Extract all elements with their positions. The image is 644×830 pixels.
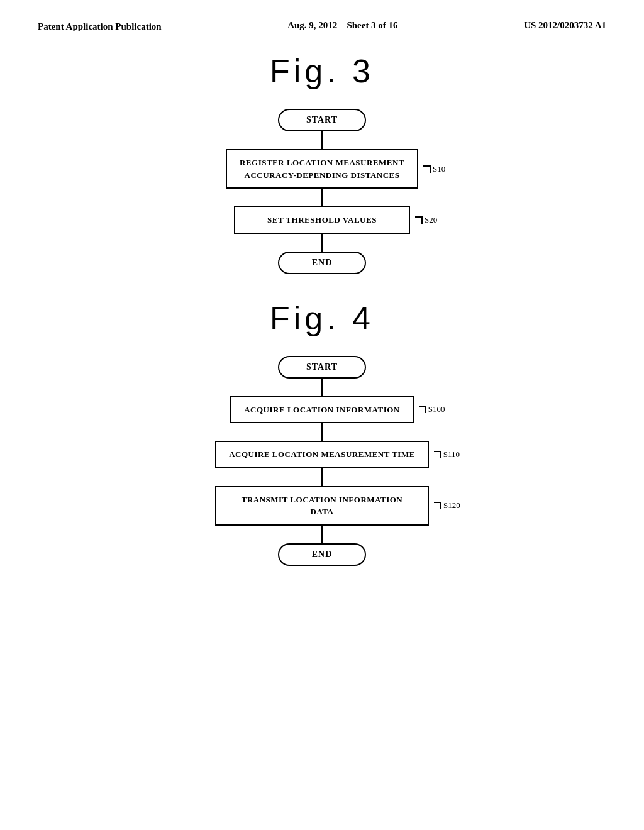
fig4-s120-row: TRANSMIT LOCATION INFORMATION DATA S120 <box>215 486 429 526</box>
fig4-connector-3 <box>321 468 323 486</box>
fig4-s100-row: ACQUIRE LOCATION INFORMATION S100 <box>230 396 414 424</box>
header-right: US 2012/0203732 A1 <box>524 20 606 31</box>
fig4-connector-1 <box>321 379 323 396</box>
header-center: Aug. 9, 2012 Sheet 3 of 16 <box>287 20 397 31</box>
fig4-section: Fig. 4 START ACQUIRE LOCATION INFORMATIO… <box>0 299 644 566</box>
patent-publication-label: Patent Application Publication <box>38 21 162 31</box>
fig4-s110-label: S110 <box>434 450 460 460</box>
fig4-diagram: START ACQUIRE LOCATION INFORMATION S100 … <box>0 356 644 566</box>
fig4-start-terminal: START <box>278 356 366 379</box>
publication-date: Aug. 9, 2012 <box>287 20 337 30</box>
fig3-connector-3 <box>321 234 323 252</box>
fig4-s110-process: ACQUIRE LOCATION MEASUREMENT TIME <box>215 441 429 468</box>
fig4-title: Fig. 4 <box>0 299 644 337</box>
fig4-s120-hook <box>434 502 443 509</box>
fig3-s20-hook <box>415 216 425 224</box>
fig3-end-node: END <box>278 252 366 274</box>
fig3-connector-1 <box>321 131 323 149</box>
fig3-s20-label: S20 <box>415 215 437 225</box>
fig3-s10-row: REGISTER LOCATION MEASUREMENT ACCURACY-D… <box>226 149 418 189</box>
fig4-s100-hook <box>419 406 428 413</box>
fig4-s120-process: TRANSMIT LOCATION INFORMATION DATA <box>215 486 429 526</box>
fig4-end-terminal: END <box>278 543 366 566</box>
fig3-section: Fig. 3 START REGISTER LOCATION MEASUREME… <box>0 52 644 287</box>
fig3-s20-process: SET THRESHOLD VALUES <box>234 206 410 234</box>
fig4-connector-4 <box>321 526 323 543</box>
fig3-s20-row: SET THRESHOLD VALUES S20 <box>234 206 410 234</box>
header-left: Patent Application Publication <box>38 20 162 33</box>
fig3-start-terminal: START <box>278 109 366 131</box>
fig3-title: Fig. 3 <box>0 52 644 90</box>
patent-number: US 2012/0203732 A1 <box>524 20 606 30</box>
fig3-s10-hook <box>423 165 433 173</box>
page-header: Patent Application Publication Aug. 9, 2… <box>0 0 644 33</box>
fig3-connector-2 <box>321 189 323 206</box>
fig4-s110-hook <box>434 451 443 458</box>
fig3-end-terminal: END <box>278 252 366 274</box>
fig4-s120-label: S120 <box>434 501 460 511</box>
fig3-s10-process: REGISTER LOCATION MEASUREMENT ACCURACY-D… <box>226 149 418 189</box>
fig4-connector-2 <box>321 423 323 441</box>
fig4-end-node: END <box>278 543 366 566</box>
fig4-s100-process: ACQUIRE LOCATION INFORMATION <box>230 396 414 424</box>
sheet-info: Sheet 3 of 16 <box>347 20 397 30</box>
fig4-s100-label: S100 <box>419 404 445 414</box>
fig4-start-node: START <box>278 356 366 379</box>
fig3-diagram: START REGISTER LOCATION MEASUREMENT ACCU… <box>0 109 644 274</box>
fig3-s10-label: S10 <box>423 164 445 174</box>
fig3-start-node: START <box>278 109 366 131</box>
fig4-s110-row: ACQUIRE LOCATION MEASUREMENT TIME S110 <box>215 441 429 468</box>
